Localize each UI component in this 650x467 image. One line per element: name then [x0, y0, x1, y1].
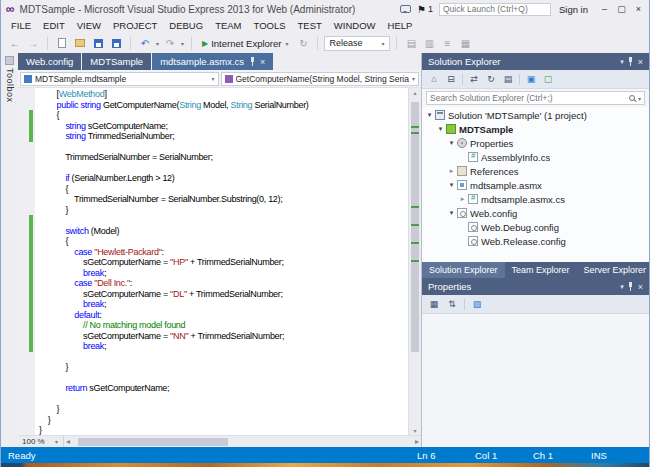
- browser-dropdown-icon[interactable]: ▾: [285, 40, 288, 47]
- tab-web-config[interactable]: Web.config: [18, 53, 81, 70]
- tab-mdtsample[interactable]: MDTSample: [82, 53, 151, 70]
- zoom-control[interactable]: 100 % ▾: [18, 436, 64, 447]
- categorized-icon[interactable]: ▦: [427, 297, 441, 311]
- tab-mdtsample-asmx-cs[interactable]: mdtsample.asmx.cs×: [152, 53, 273, 70]
- tree-item-label: Solution 'MDTSample' (1 project): [448, 110, 587, 121]
- editor-bottom-bar: 100 % ▾ ◂ ▸: [18, 435, 421, 447]
- code-line: if (SerialNumber.Length > 12): [39, 173, 408, 184]
- refresh-icon[interactable]: ↻: [295, 35, 311, 51]
- menu-window[interactable]: WINDOW: [328, 20, 382, 31]
- tree-expander-icon[interactable]: ▾: [425, 111, 434, 119]
- types-dropdown[interactable]: MDTSample.mdtsample ▾: [20, 72, 219, 86]
- comment-icon[interactable]: ≡: [439, 35, 455, 51]
- panel-tab-server-explorer[interactable]: Server Explorer: [577, 262, 650, 278]
- toolbox-tab[interactable]: Toolbox: [1, 53, 18, 447]
- start-debug-button[interactable]: ▶ Internet Explorer ▾: [198, 38, 293, 49]
- undo-icon[interactable]: ↶: [137, 35, 153, 51]
- minimize-button[interactable]: –: [596, 4, 613, 14]
- search-icon[interactable]: [629, 95, 635, 101]
- tree-item-properties[interactable]: ▾Properties: [422, 136, 649, 150]
- sign-in-link[interactable]: Sign in: [557, 4, 590, 15]
- properties-icon[interactable]: ▣: [524, 72, 538, 86]
- feedback-icon[interactable]: [400, 5, 411, 13]
- navigate-forward-icon[interactable]: →: [25, 35, 41, 51]
- panel-tab-solution-explorer[interactable]: Solution Explorer: [422, 262, 505, 278]
- tree-expander-icon[interactable]: ▾: [447, 181, 456, 189]
- open-file-icon[interactable]: [72, 35, 88, 51]
- tree-item-web-release-config[interactable]: Web.Release.config: [422, 234, 649, 248]
- chevron-down-icon[interactable]: ▾: [638, 95, 641, 102]
- scroll-left-icon[interactable]: ◂: [66, 437, 70, 446]
- horizontal-scrollbar[interactable]: ◂ ▸: [64, 436, 421, 447]
- pin-tab-icon[interactable]: [249, 57, 255, 66]
- refresh-icon[interactable]: ↻: [484, 72, 498, 86]
- tree-item-label: MDTSample: [459, 124, 513, 135]
- tree-item-references[interactable]: ▸References: [422, 164, 649, 178]
- search-input[interactable]: [430, 93, 626, 103]
- tree-expander-icon[interactable]: ▸: [447, 167, 456, 175]
- save-icon[interactable]: [90, 35, 106, 51]
- vertical-scrollbar-thumb[interactable]: [411, 102, 419, 352]
- undo-dropdown-icon[interactable]: ▾: [156, 40, 159, 47]
- panel-tab-team-explorer[interactable]: Team Explorer: [505, 262, 577, 278]
- close-panel-icon[interactable]: ×: [638, 57, 643, 67]
- tree-expander-icon[interactable]: ▾: [436, 125, 445, 133]
- redo-icon[interactable]: ↷: [162, 35, 178, 51]
- members-dropdown[interactable]: GetComputerName(String Model, String Ser…: [221, 72, 420, 86]
- menu-edit[interactable]: EDIT: [37, 20, 71, 31]
- close-button[interactable]: ×: [630, 4, 647, 14]
- vertical-scrollbar[interactable]: ▴ ▾: [408, 88, 421, 435]
- menu-help[interactable]: HELP: [382, 20, 419, 31]
- horizontal-scrollbar-thumb[interactable]: [78, 438, 228, 446]
- tree-expander-icon[interactable]: ▾: [447, 209, 456, 217]
- properties-title-bar[interactable]: Properties ▾ ×: [422, 278, 649, 295]
- sync-with-active-document-icon[interactable]: ⇄: [467, 72, 481, 86]
- tree-item-web-debug-config[interactable]: Web.Debug.config: [422, 220, 649, 234]
- preview-selected-items-icon[interactable]: ▢: [541, 72, 555, 86]
- save-all-icon[interactable]: [108, 35, 124, 51]
- pin-icon[interactable]: [628, 282, 634, 291]
- scroll-right-icon[interactable]: ▸: [415, 437, 419, 446]
- menu-project[interactable]: PROJECT: [107, 20, 163, 31]
- pin-icon[interactable]: [628, 57, 634, 66]
- menu-tools[interactable]: TOOLS: [248, 20, 292, 31]
- tree-item-web-config[interactable]: ▾Web.config: [422, 206, 649, 220]
- collapse-all-icon[interactable]: ⊟: [444, 72, 458, 86]
- solution-explorer-title-bar[interactable]: Solution Explorer ▾ ×: [422, 53, 649, 70]
- solution-configuration-select[interactable]: Release ▾: [324, 36, 390, 51]
- menu-view[interactable]: VIEW: [71, 20, 107, 31]
- redo-dropdown-icon[interactable]: ▾: [181, 40, 184, 47]
- menu-team[interactable]: TEAM: [209, 20, 247, 31]
- code-area[interactable]: [WebMethod] public string GetComputerNam…: [35, 88, 408, 435]
- tree-expander-icon[interactable]: ▸: [458, 195, 467, 203]
- tree-item-solution-mdtsample-1-project[interactable]: ▾Solution 'MDTSample' (1 project): [422, 108, 649, 122]
- quick-launch-input[interactable]: [439, 3, 551, 16]
- status-message: Ready: [8, 450, 35, 461]
- close-tab-icon[interactable]: ×: [260, 57, 265, 67]
- tree-item-mdtsample-asmx-cs[interactable]: ▸mdtsample.asmx.cs: [422, 192, 649, 206]
- indent-icon[interactable]: ▦: [457, 35, 473, 51]
- tree-item-mdtsample[interactable]: ▾MDTSample: [422, 122, 649, 136]
- property-pages-icon[interactable]: ▧: [470, 297, 484, 311]
- scroll-up-icon[interactable]: ▴: [409, 89, 421, 96]
- notifications-flag[interactable]: ⚑1: [417, 4, 433, 15]
- find-icon[interactable]: ▤: [403, 35, 419, 51]
- scroll-down-icon[interactable]: ▾: [409, 427, 421, 434]
- window-position-icon[interactable]: ▾: [620, 58, 624, 66]
- tree-expander-icon[interactable]: ▾: [447, 139, 456, 147]
- menu-test[interactable]: TEST: [292, 20, 328, 31]
- window-position-icon[interactable]: ▾: [620, 283, 624, 291]
- navigate-backward-icon[interactable]: ←: [7, 35, 23, 51]
- asmx-icon: [457, 180, 467, 190]
- tree-item-mdtsample-asmx[interactable]: ▾mdtsample.asmx: [422, 178, 649, 192]
- menu-debug[interactable]: DEBUG: [163, 20, 209, 31]
- alphabetical-icon[interactable]: ⇅: [445, 297, 459, 311]
- close-panel-icon[interactable]: ×: [638, 282, 643, 292]
- menu-file[interactable]: FILE: [5, 20, 37, 31]
- tree-item-assemblyinfo-cs[interactable]: AssemblyInfo.cs: [422, 150, 649, 164]
- new-file-icon[interactable]: [54, 35, 70, 51]
- outline-icon[interactable]: ▥: [421, 35, 437, 51]
- maximize-button[interactable]: ▢: [613, 4, 630, 14]
- home-icon[interactable]: ⌂: [427, 72, 441, 86]
- show-all-files-icon[interactable]: ▤: [501, 72, 515, 86]
